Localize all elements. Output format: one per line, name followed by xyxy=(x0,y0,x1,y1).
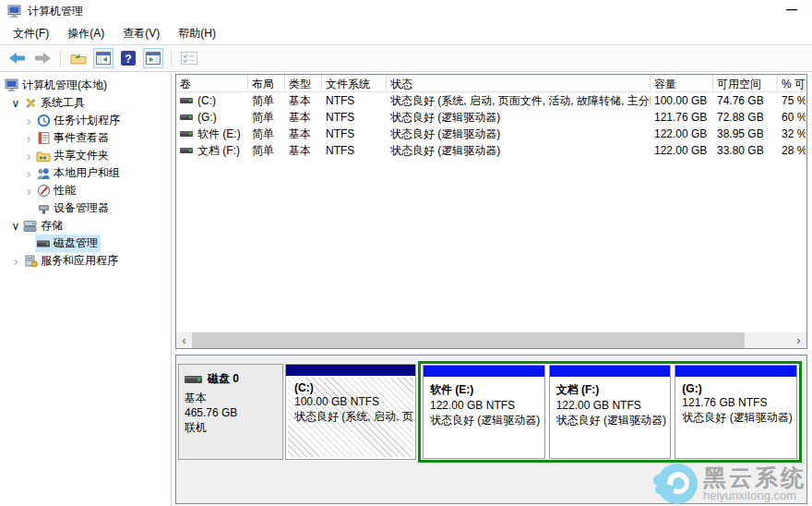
column-header-filesystem[interactable]: 文件系统 xyxy=(322,75,387,91)
volume-row-g[interactable]: (G:) 简单 基本 NTFS 状态良好 (逻辑驱动器) 121.76 GB 7… xyxy=(176,109,806,126)
partition-e[interactable]: 软件 (E:) 122.00 GB NTFS 状态良好 (逻辑驱动器) xyxy=(423,365,545,459)
column-header-free-space[interactable]: 可用空间 xyxy=(713,75,778,91)
volume-layout: 简单 xyxy=(248,126,285,142)
volume-name: (G:) xyxy=(197,109,217,126)
sidebar-item-event-viewer[interactable]: › 事件查看器 xyxy=(0,129,171,147)
partition-name: 文档 (F:) xyxy=(556,382,671,398)
minimize-button[interactable]: — xyxy=(784,4,799,17)
sidebar-item-shared-folders[interactable]: › 共享文件夹 xyxy=(0,147,171,164)
volume-icon xyxy=(180,146,194,155)
volume-status: 状态良好 (逻辑驱动器) xyxy=(387,142,651,159)
partition-size: 122.00 GB NTFS xyxy=(430,399,544,412)
disk-status: 联机 xyxy=(185,420,282,435)
volume-status: 状态良好 (系统, 启动, 页面文件, 活动, 故障转储, 主分区) xyxy=(387,92,651,109)
disk-size: 465.76 GB xyxy=(185,405,282,420)
export-list-icon[interactable] xyxy=(68,48,89,68)
volume-filesystem: NTFS xyxy=(322,126,387,142)
menu-file[interactable]: 文件(F) xyxy=(4,22,58,44)
storage-icon xyxy=(22,220,39,233)
disk-0-info[interactable]: 磁盘 0 基本 465.76 GB 联机 xyxy=(178,364,283,460)
volume-free-space: 72.88 GB xyxy=(713,109,778,126)
sidebar-item-storage[interactable]: ∨ 存储 xyxy=(0,217,171,235)
chevron-down-icon[interactable]: ∨ xyxy=(9,97,22,110)
partition-name: (G:) xyxy=(682,382,796,395)
back-icon[interactable] xyxy=(7,48,28,68)
scroll-right-icon[interactable]: › xyxy=(791,333,806,347)
svg-text:?: ? xyxy=(125,53,131,66)
column-header-capacity[interactable]: 容量 xyxy=(651,75,713,91)
toolbar: ? xyxy=(0,45,812,72)
toolbar-separator xyxy=(171,50,172,66)
disk-name: 磁盘 0 xyxy=(208,371,239,387)
sidebar-item-task-scheduler[interactable]: › 任务计划程序 xyxy=(0,112,171,129)
partition-status: 状态良好 (逻辑驱动器) xyxy=(430,413,544,428)
column-header-percent-free[interactable]: % 可用 xyxy=(778,75,806,91)
console-tree: 计算机管理(本地) ∨ 系统工具 › 任务计划程序 › 事件查看器 › 共享文件… xyxy=(0,72,172,506)
partition-f[interactable]: 文档 (F:) 122.00 GB NTFS 状态良好 (逻辑驱动器) xyxy=(549,365,672,459)
sidebar-item-label: 共享文件夹 xyxy=(52,148,109,163)
volume-name: (C:) xyxy=(197,92,216,109)
volume-name: 文档 (F:) xyxy=(197,142,240,159)
partition-g[interactable]: (G:) 121.76 GB NTFS 状态良好 (逻辑驱动器) xyxy=(675,365,797,459)
column-header-status[interactable]: 状态 xyxy=(387,75,651,91)
menu-view[interactable]: 查看(V) xyxy=(113,22,169,44)
computer-icon xyxy=(4,78,20,92)
window-title: 计算机管理 xyxy=(28,4,83,19)
column-header-type[interactable]: 类型 xyxy=(285,75,322,91)
volume-layout: 简单 xyxy=(248,92,285,109)
volume-row-f[interactable]: 文档 (F:) 简单 基本 NTFS 状态良好 (逻辑驱动器) 122.00 G… xyxy=(176,142,806,159)
volume-percent-free: 32 % xyxy=(778,126,806,142)
disk-0-row: 磁盘 0 基本 465.76 GB 联机 (C:) 100.00 GB NTFS… xyxy=(178,361,806,463)
show-action-pane-icon[interactable] xyxy=(143,48,163,68)
menu-help[interactable]: 帮助(H) xyxy=(169,22,225,44)
sidebar-item-system-tools[interactable]: ∨ 系统工具 xyxy=(0,94,171,112)
partition-name: 软件 (E:) xyxy=(430,382,544,398)
sidebar-item-computer-management[interactable]: 计算机管理(本地) xyxy=(0,77,171,94)
volume-type: 基本 xyxy=(285,142,322,159)
sidebar-item-services-applications[interactable]: › 服务和应用程序 xyxy=(0,252,171,270)
logical-partition-color-strip xyxy=(550,366,671,377)
volume-status: 状态良好 (逻辑驱动器) xyxy=(387,126,651,142)
chevron-right-icon[interactable]: › xyxy=(22,168,35,179)
volume-capacity: 122.00 GB xyxy=(651,142,713,159)
volume-icon xyxy=(180,113,194,122)
sidebar-item-device-manager[interactable]: 设备管理器 xyxy=(0,199,171,217)
column-header-volume[interactable]: 卷 xyxy=(176,75,248,91)
scroll-left-icon[interactable]: ‹ xyxy=(176,333,192,347)
chevron-right-icon[interactable]: › xyxy=(22,133,35,144)
icon-legend-icon[interactable] xyxy=(179,48,199,68)
volume-type: 基本 xyxy=(285,126,322,142)
sidebar-item-local-users-groups[interactable]: › 本地用户和组 xyxy=(0,164,171,182)
chevron-right-icon[interactable]: › xyxy=(22,186,35,197)
partition-c[interactable]: (C:) 100.00 GB NTFS 状态良好 (系统, 启动, 页面文件, … xyxy=(285,364,416,460)
horizontal-scrollbar[interactable]: ‹ › xyxy=(176,332,806,348)
volume-free-space: 33.80 GB xyxy=(713,142,778,159)
volume-percent-free: 75 % xyxy=(778,92,806,109)
volume-status: 状态良好 (逻辑驱动器) xyxy=(387,109,651,126)
chevron-right-icon[interactable]: › xyxy=(9,256,22,267)
services-icon xyxy=(22,254,39,268)
help-icon[interactable]: ? xyxy=(118,48,138,68)
partition-size: 122.00 GB NTFS xyxy=(556,399,671,412)
show-console-tree-icon[interactable] xyxy=(93,48,113,68)
partition-size: 100.00 GB NTFS xyxy=(294,395,413,408)
column-header-layout[interactable]: 布局 xyxy=(248,75,285,91)
disk-icon xyxy=(185,374,203,385)
system-tools-icon xyxy=(22,96,39,110)
volume-row-e[interactable]: 软件 (E:) 简单 基本 NTFS 状态良好 (逻辑驱动器) 122.00 G… xyxy=(176,126,806,142)
sidebar-item-disk-management[interactable]: 磁盘管理 xyxy=(0,235,171,252)
partition-status: 状态良好 (逻辑驱动器) xyxy=(556,413,671,428)
scrollbar-thumb[interactable] xyxy=(192,332,745,348)
menu-action[interactable]: 操作(A) xyxy=(58,22,113,44)
sidebar-item-label: 存储 xyxy=(39,218,63,234)
volume-type: 基本 xyxy=(285,109,322,126)
chevron-right-icon[interactable]: › xyxy=(22,115,35,126)
volume-layout: 简单 xyxy=(248,142,285,159)
device-manager-icon xyxy=(35,202,52,215)
chevron-down-icon[interactable]: ∨ xyxy=(9,220,22,233)
task-scheduler-icon xyxy=(35,114,52,127)
sidebar-item-performance[interactable]: › 性能 xyxy=(0,182,171,199)
forward-icon[interactable] xyxy=(32,48,53,68)
chevron-right-icon[interactable]: › xyxy=(22,151,35,162)
volume-row-c[interactable]: (C:) 简单 基本 NTFS 状态良好 (系统, 启动, 页面文件, 活动, … xyxy=(176,92,806,109)
